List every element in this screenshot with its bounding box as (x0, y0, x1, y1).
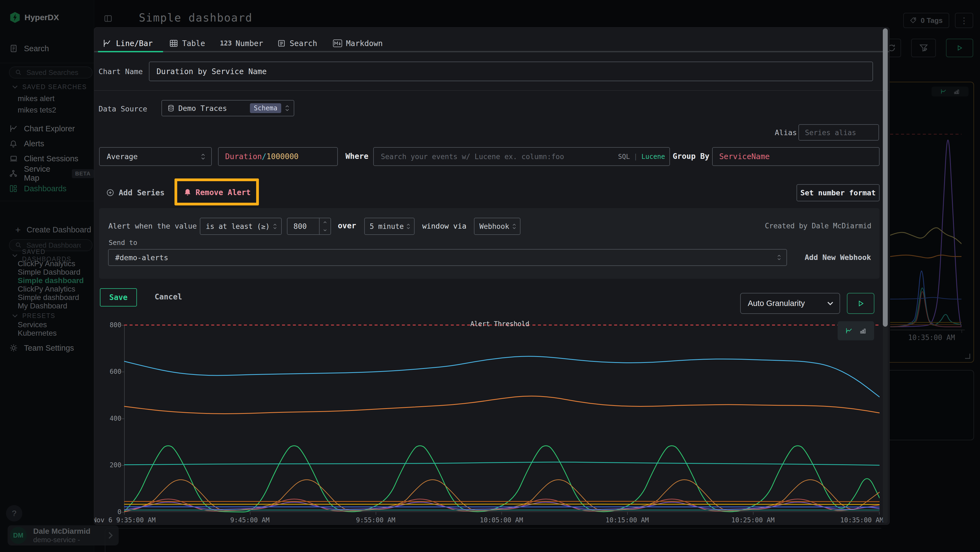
chart-name-label: Chart Name (99, 67, 143, 76)
alias-input[interactable] (804, 128, 873, 137)
y-tick (121, 465, 124, 466)
created-by-text: Created by Dale McDiarmid (765, 222, 871, 230)
modal-scrollbar-thumb[interactable] (883, 28, 888, 327)
aggregation-value: Average (107, 152, 138, 161)
token-number: 1000000 (267, 152, 299, 161)
group-by-label: Group By (673, 152, 710, 161)
query-language-toggle[interactable]: SQL | Lucene (618, 153, 665, 161)
tab-line-bar[interactable]: Line/Bar (102, 36, 153, 51)
add-series-label: Add Series (119, 188, 165, 197)
tab-label: Number (235, 39, 263, 48)
data-source-value: Demo Traces (178, 104, 227, 113)
schema-badge: Schema (250, 103, 281, 113)
add-new-webhook-button[interactable]: Add New Webhook (805, 253, 871, 262)
toggle-divider: | (634, 153, 638, 161)
chart-type-toggle[interactable] (838, 321, 874, 340)
alert-channel-select[interactable]: Webhook (474, 218, 520, 235)
y-tick (121, 418, 124, 419)
line-chart-icon[interactable] (845, 327, 853, 335)
field-expression-input[interactable]: Duration/1000000 (218, 147, 338, 166)
alert-threshold-stepper[interactable] (287, 218, 331, 235)
tab-number[interactable]: 123 Number (220, 36, 263, 51)
group-by-value: ServiceName (719, 152, 770, 161)
step-up-icon[interactable] (323, 221, 327, 223)
alias-label: Alias (775, 128, 797, 137)
stepper-buttons[interactable] (319, 218, 331, 234)
y-tick-label: 400 (100, 415, 121, 422)
x-tick-label: 10:35:00 AM (835, 516, 889, 524)
where-search-field[interactable]: SQL | Lucene (373, 147, 670, 166)
select-chevrons-icon (273, 224, 277, 229)
tab-markdown[interactable]: Markdown (333, 36, 383, 51)
chevron-down-icon (827, 302, 834, 305)
table-icon (169, 39, 178, 48)
granularity-select[interactable]: Auto Granularity (740, 293, 840, 314)
cancel-button[interactable]: Cancel (154, 292, 182, 302)
x-tick-label: 10:25:00 AM (726, 516, 780, 524)
save-label: Save (109, 293, 127, 302)
y-tick (121, 372, 124, 372)
send-to-value: #demo-alerts (115, 254, 168, 262)
group-by-field[interactable]: ServiceName (712, 147, 880, 166)
window-value: 5 minute (370, 222, 404, 230)
tab-table[interactable]: Table (169, 36, 205, 51)
send-to-select[interactable]: #demo-alerts (108, 249, 787, 266)
duration-by-service-chart[interactable] (124, 324, 880, 513)
alert-threshold-input[interactable] (288, 222, 319, 231)
y-tick-label: 200 (100, 461, 121, 469)
select-chevrons-icon (777, 255, 781, 260)
chart-name-input[interactable] (156, 67, 866, 76)
bar-chart-icon[interactable] (859, 327, 867, 334)
x-tick-label: 10:05:00 AM (474, 516, 529, 524)
token-operator: / (262, 152, 267, 161)
alert-window-select[interactable]: 5 minute (364, 218, 415, 235)
tabs-underline (94, 51, 889, 52)
database-icon (167, 104, 175, 112)
set-number-format-button[interactable]: Set number format (797, 184, 880, 201)
alert-settings-panel: Alert when the value is at least (≥) ove… (99, 208, 880, 279)
over-label: over (338, 221, 356, 230)
tab-label: Markdown (346, 39, 383, 48)
via-label: window via (422, 222, 466, 230)
alert-prefix-label: Alert when the value (108, 222, 197, 230)
step-down-icon[interactable] (323, 229, 327, 231)
tab-label: Table (182, 39, 205, 48)
save-button[interactable]: Save (100, 288, 137, 306)
y-tick-label: 800 (100, 321, 121, 329)
token-field: Duration (225, 152, 262, 161)
y-tick-label: 600 (100, 368, 121, 375)
number-123-icon: 123 (220, 40, 232, 47)
line-chart-icon (102, 39, 112, 48)
aggregation-select[interactable]: Average (99, 147, 212, 166)
alert-threshold-label: Alert Threshold (456, 320, 543, 328)
sql-toggle[interactable]: SQL (618, 153, 630, 161)
y-tick (121, 512, 124, 512)
active-tab-underline (98, 51, 163, 52)
condition-value: is at least (≥) (206, 222, 270, 230)
chart-name-field[interactable] (149, 62, 873, 81)
tab-search[interactable]: Search (277, 36, 317, 51)
set-number-format-label: Set number format (800, 188, 875, 197)
where-search-input[interactable] (380, 152, 618, 161)
y-tick-label: 0 (100, 508, 121, 516)
play-icon (857, 300, 865, 307)
run-chart-button[interactable] (847, 293, 874, 314)
select-chevrons-icon (285, 105, 290, 111)
select-chevrons-icon (512, 224, 516, 229)
select-chevrons-icon (406, 224, 410, 229)
channel-value: Webhook (479, 222, 509, 230)
x-tick-label: 9:45:00 AM (223, 516, 277, 524)
list-doc-icon (277, 39, 286, 48)
select-chevrons-icon (201, 154, 205, 160)
plus-circle-icon (106, 188, 115, 197)
add-series-button[interactable]: Add Series (106, 185, 165, 200)
annotation-highlight-remove-alert (175, 179, 259, 206)
alias-field[interactable] (799, 124, 879, 140)
alert-condition-select[interactable]: is at least (≥) (200, 218, 282, 235)
section-divider (94, 90, 889, 91)
x-tick-label: 10:15:00 AM (600, 516, 654, 524)
granularity-value: Auto Granularity (748, 299, 805, 308)
send-to-label: Send to (109, 239, 137, 247)
data-source-select[interactable]: Demo Traces Schema (161, 100, 294, 116)
lucene-toggle[interactable]: Lucene (641, 153, 665, 161)
